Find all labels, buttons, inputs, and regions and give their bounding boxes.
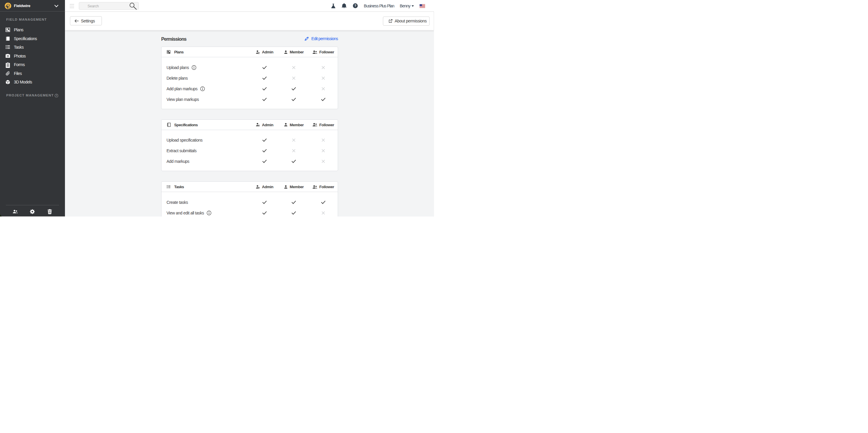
svg-text:?: ? xyxy=(56,94,57,97)
svg-text:?: ? xyxy=(354,4,356,8)
